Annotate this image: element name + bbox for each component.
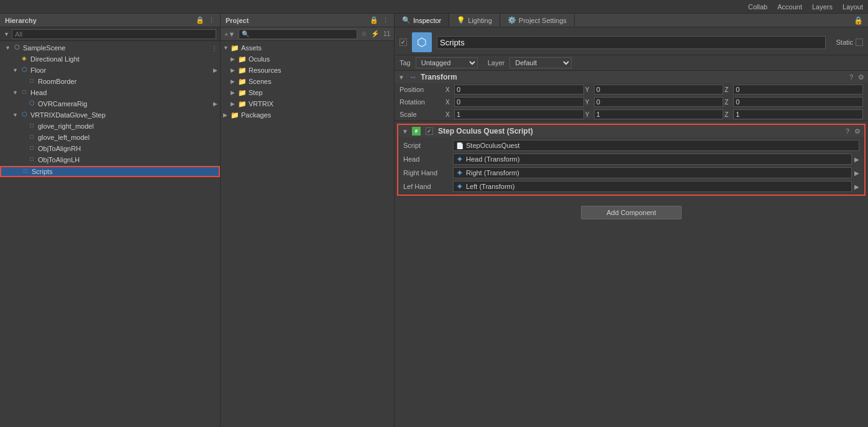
component-settings-icon[interactable]: ⚙ [858,73,864,81]
expand-arrow-icon: ▼ [5,45,12,51]
script-header[interactable]: ▼ # ✓ Step Oculus Quest (Script) ? ⚙ [398,125,864,137]
hierarchy-icons: 🔒 ⋮ [196,16,215,24]
cube-outline-icon: □ [21,167,30,176]
object-icon: ⬡ [412,32,432,52]
folder-icon: 📁 [238,55,247,63]
position-x-input[interactable] [454,85,584,94]
right-hand-value-text: Right (Transform) [466,169,519,177]
tree-item-glove-left[interactable]: □ glove_left_model [0,132,220,143]
tab-lighting[interactable]: 💡 Lighting [449,14,500,27]
cube-outline-icon: □ [27,144,36,153]
tree-item-ovrcamerarig[interactable]: ⬡ OVRCameraRig ▶ [0,98,220,109]
scale-x-input[interactable] [454,109,584,119]
tree-item-floor[interactable]: ▼ ⬡ Floor ▶ [0,65,220,76]
tree-item-samplescene[interactable]: ▼ ⬡ SampleScene ⋮ [0,42,220,53]
tree-item-obj-align-rh[interactable]: □ ObjToAlignRH [0,143,220,154]
tab-project-settings[interactable]: ⚙️ Project Settings [500,14,575,27]
add-component-button[interactable]: Add Component [581,206,682,219]
tab-inspector[interactable]: 🔍 Inspector [395,14,449,27]
cube-icon: ⬡ [20,66,29,75]
folder-packages[interactable]: ▶ 📁 Packages [221,109,394,121]
tree-item-glove-right[interactable]: □ glove_right_model [0,121,220,132]
more-icon[interactable]: ⋮ [208,16,215,24]
x-label: X [445,111,453,118]
scale-z-field: Z [724,109,863,119]
static-check[interactable] [856,39,863,46]
object-name-input[interactable] [437,36,826,49]
rotation-x-field: X [445,97,584,107]
project-search-input[interactable] [239,29,357,39]
scale-x-field: X [445,109,584,119]
tag-layer-row: Tag Untagged Layer Default [395,55,868,71]
hierarchy-search-input[interactable] [12,29,216,39]
cube-icon: ⬡ [27,99,36,108]
position-z-field: Z [724,85,863,94]
tree-item-obj-align-lh[interactable]: □ ObjToAlignLH [0,154,220,165]
layout-button[interactable]: Layout [843,3,863,11]
folder-scenes[interactable]: ▶ 📁 Scenes [221,76,394,87]
help-icon[interactable]: ? [846,127,849,135]
inspector-tabs: 🔍 Inspector 💡 Lighting ⚙️ Project Settin… [395,14,868,27]
filter-icon[interactable]: ⚡ [371,30,380,38]
lef-hand-label: Lef Hand [403,183,453,190]
lock-icon[interactable]: 🔒 [196,16,204,24]
select-icon[interactable]: ▶ [854,156,859,163]
script-settings-icon[interactable]: ⚙ [854,127,861,135]
lock-icon[interactable]: 🔒 [854,16,863,25]
cube-icon: ⬡ [20,111,29,119]
project-settings-tab-label: Project Settings [519,17,567,24]
layer-select[interactable]: Default [509,57,572,68]
scale-y-input[interactable] [594,109,724,119]
cube-outline-icon: □ [20,88,29,97]
head-value: ✦ Head (Transform) [453,154,852,165]
expand-arrow-icon: ▼ [12,112,20,118]
tag-select[interactable]: Untagged [416,57,478,68]
script-name: StepOculusQuest [466,142,519,149]
rotation-y-input[interactable] [594,97,724,107]
scene-menu-icon[interactable]: ⋮ [211,45,217,52]
object-header: ✓ ⬡ Static [395,30,868,55]
select-icon[interactable]: ▶ [854,170,859,177]
transform-header[interactable]: ▼ ↔ Transform ? ⚙ [395,71,868,83]
scale-z-input[interactable] [733,109,863,119]
transform-title: Transform [421,73,847,81]
ovrcamerarig-label: OVRCameraRig [38,100,87,108]
expand-arrow-icon: ▶ [231,90,238,96]
position-y-input[interactable] [594,85,724,94]
tree-item-scripts[interactable]: □ Scripts [0,166,220,177]
account-button[interactable]: Account [777,3,802,11]
folder-resources[interactable]: ▶ 📁 Resources [221,65,394,76]
packages-label: Packages [241,111,271,119]
script-enabled-checkbox[interactable]: ✓ [426,127,433,135]
lock-icon[interactable]: 🔒 [370,16,378,24]
script-fields: Script 📄 StepOculusQuest Head ✦ Head (Tr… [398,137,864,195]
favorites-icon[interactable]: ☆ [361,30,367,38]
tree-item-directional-light[interactable]: ◈ Directional Light [0,53,220,65]
folder-oculus[interactable]: ▶ 📁 Oculus [221,53,394,65]
hierarchy-panel: Hierarchy 🔒 ⋮ ▼ ▼ ⬡ SampleScene ⋮ ◈ [0,14,221,427]
position-y-field: Y [585,85,724,94]
script-file-icon: 📄 [456,142,464,149]
add-component-area: Add Component [395,198,868,227]
tree-item-roomborder[interactable]: □ RoomBorder [0,76,220,87]
help-icon[interactable]: ? [849,73,853,81]
rotation-x-input[interactable] [454,97,584,107]
folder-assets[interactable]: ▼ 📁 Assets [221,42,394,53]
lighting-icon: 💡 [457,16,465,24]
active-checkbox[interactable]: ✓ [400,39,407,46]
tree-item-vrtrix[interactable]: ▼ ⬡ VRTRIXDataGlove_Step [0,109,220,121]
select-icon[interactable]: ▶ [854,183,859,190]
layers-button[interactable]: Layers [812,3,833,11]
inspector-content: ✓ ⬡ Static Tag Untagged Layer Default [395,27,868,427]
add-button[interactable]: +▼ [224,30,235,38]
tree-item-head[interactable]: ▼ □ Head [0,87,220,98]
position-z-input[interactable] [733,85,863,94]
rotation-z-input[interactable] [733,97,863,107]
folder-vrtrix[interactable]: ▶ 📁 VRTRIX [221,98,394,109]
collab-button[interactable]: Collab [748,3,767,11]
main-layout: Hierarchy 🔒 ⋮ ▼ ▼ ⬡ SampleScene ⋮ ◈ [0,14,868,427]
static-checkbox[interactable]: Static [836,39,853,46]
position-label: Position [400,86,443,93]
more-icon[interactable]: ⋮ [382,16,389,24]
folder-step[interactable]: ▶ 📁 Step [221,87,394,98]
